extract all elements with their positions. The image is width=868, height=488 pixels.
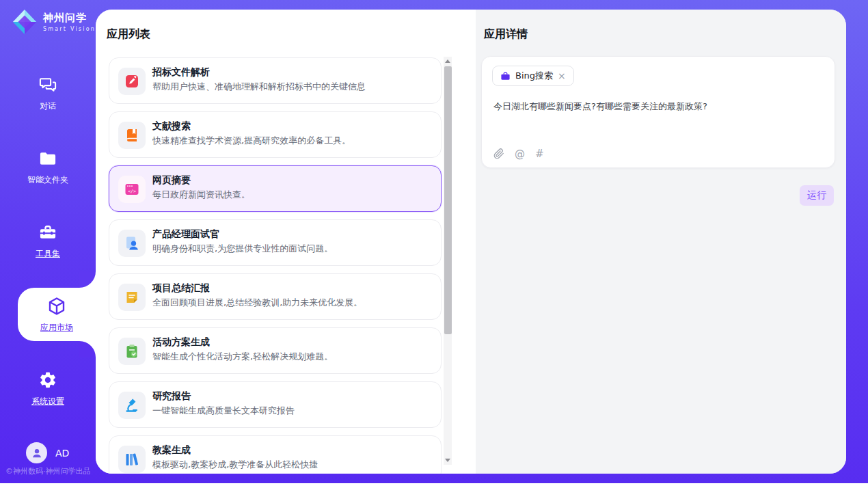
sidebar-item-label: 应用市场 [18,322,96,334]
app-name: 研究报告 [152,390,191,403]
app-list-panel: 应用列表 招标文件解析 帮助用户快速、准确地理解和解析招标书中的关键信息 文献搜… [96,10,476,474]
app-frame: 神州问学 Smart Vision 对话 智能文件夹 [0,0,868,483]
app-list-title: 应用列表 [107,27,150,42]
app-list-item[interactable]: 活动方案生成 智能生成个性化活动方案,轻松解决规划难题。 [109,327,442,374]
user-initials: AD [55,448,69,459]
at-icon[interactable]: @ [515,148,525,160]
run-button[interactable]: 运行 [800,185,834,206]
app-list-item[interactable]: 招标文件解析 帮助用户快速、准确地理解和解析招标书中的关键信息 [109,57,442,104]
toolbox-icon [38,223,57,242]
scroll-down-button[interactable] [444,456,452,465]
app-list-item[interactable]: 项目总结汇报 全面回顾项目进展,总结经验教训,助力未来优化发展。 [109,273,442,320]
app-description: 快速精准查找学术资源,提高研究效率的必备工具。 [152,135,431,147]
chat-icon [38,75,57,94]
app-list-item[interactable]: 研究报告 一键智能生成高质量长文本研究报告 [109,381,442,428]
brand-logo: 神州问学 Smart Vision [11,8,96,36]
sidebar-item-label: 对话 [0,100,96,112]
sidebar-item-settings[interactable]: 系统设置 [0,370,96,407]
sidebar-item-chat[interactable]: 对话 [0,75,96,112]
app-name: 教案生成 [152,444,191,457]
active-curve-bottom [79,341,96,357]
sidebar-item-smart-folder[interactable]: 智能文件夹 [0,149,96,186]
app-list-item[interactable]: 教案生成 模板驱动,教案秒成,教学准备从此轻松快捷 [109,435,442,474]
app-list-scrollbar[interactable] [444,57,452,465]
note-icon [118,284,146,311]
triangle-up-icon [445,59,450,63]
copyright-text: ©神州数码·神州问学出品 [5,466,91,476]
browser-code-icon: </> [118,176,146,203]
document-edit-icon [118,68,146,95]
cube-icon [46,306,67,319]
app-name: 招标文件解析 [152,66,210,79]
app-description: 模板驱动,教案秒成,教学准备从此轻松快捷 [152,459,431,471]
sidebar-item-label: 系统设置 [0,396,96,407]
scroll-up-button[interactable] [444,57,452,66]
app-description: 一键智能生成高质量长文本研究报告 [152,405,431,417]
svg-text:</>: </> [128,189,136,194]
gear-icon [38,370,57,390]
input-toolbar: @ # [493,148,544,160]
app-description: 明确身份和职责,为您提供专业性的面试问题。 [152,243,431,255]
app-name: 活动方案生成 [152,336,210,349]
app-description: 全面回顾项目进展,总结经验教训,助力未来优化发展。 [152,297,431,309]
sidebar-active-highlight: 应用市场 [18,288,96,341]
diamond-logo-icon [11,8,38,36]
sidebar-item-toolbox[interactable]: 工具集 [0,223,96,260]
main-content: 应用列表 招标文件解析 帮助用户快速、准确地理解和解析招标书中的关键信息 文献搜… [96,10,846,474]
paperclip-icon[interactable] [493,148,504,159]
microscope-icon [118,392,146,419]
active-curve-top [79,271,96,288]
avatar [26,442,47,463]
app-list-item[interactable]: 文献搜索 快速精准查找学术资源,提高研究效率的必备工具。 [109,111,442,158]
clipboard-check-icon [118,338,146,365]
app-name: 项目总结汇报 [152,282,210,295]
app-name: 文献搜索 [152,120,191,133]
folder-icon [38,149,57,168]
sidebar-item-label: 智能文件夹 [0,174,96,186]
scrollbar-thumb[interactable] [444,66,452,334]
app-description: 智能生成个性化活动方案,轻松解决规划难题。 [152,351,431,363]
chip-close-icon[interactable]: × [558,71,566,81]
app-description: 帮助用户快速、准确地理解和解析招标书中的关键信息 [152,81,431,93]
books-icon [118,446,146,473]
brand-name: 神州问学 [43,12,96,25]
sidebar-item-app-market[interactable]: 应用市场 [18,296,96,334]
app-detail-panel: 应用详情 Bing搜索 × 今日湖北有哪些新闻要点?有哪些需要关注的最新政策? [476,10,846,474]
app-detail-title: 应用详情 [484,27,528,42]
app-name: 网页摘要 [152,174,191,187]
sidebar-item-label: 工具集 [0,248,96,260]
query-input[interactable]: 今日湖北有哪些新闻要点?有哪些需要关注的最新政策? [493,100,824,113]
app-list-item-selected[interactable]: </> 网页摘要 每日政府新闻资讯快查。 [109,165,442,212]
triangle-down-icon [445,459,450,462]
tool-chip-label: Bing搜索 [515,70,553,82]
briefcase-icon [500,71,511,81]
user-account[interactable]: AD [26,442,69,463]
person-icon [30,446,44,460]
app-description: 每日政府新闻资讯快查。 [152,189,431,201]
app-name: 产品经理面试官 [152,228,219,241]
brand-subtitle: Smart Vision [43,26,96,32]
hash-icon[interactable]: # [535,148,544,160]
interviewer-icon [118,230,146,257]
sidebar: 神州问学 Smart Vision 对话 智能文件夹 [0,0,96,483]
app-list-item[interactable]: 产品经理面试官 明确身份和职责,为您提供专业性的面试问题。 [109,219,442,266]
book-icon [118,122,146,149]
prompt-card: Bing搜索 × 今日湖北有哪些新闻要点?有哪些需要关注的最新政策? @ # [481,56,835,168]
tool-chip-bing-search[interactable]: Bing搜索 × [492,66,574,86]
